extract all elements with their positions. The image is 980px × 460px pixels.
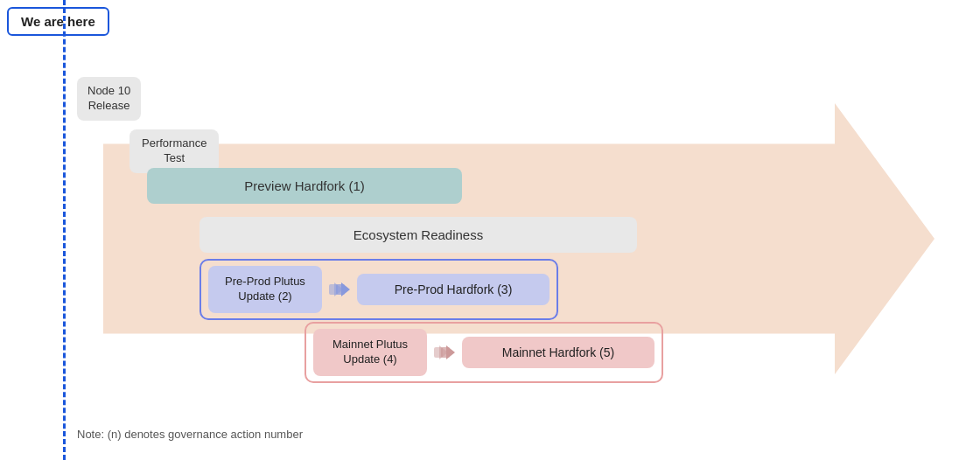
preview-hardfork-box: Preview Hardfork (1) — [147, 168, 462, 204]
perf-test-line1: Performance — [142, 136, 206, 150]
note-label: Note: (n) denotes governance action numb… — [77, 428, 303, 441]
mainnet-hardfork-box: Mainnet Hardfork (5) — [462, 337, 654, 368]
preprod-plutus-line2: Update (2) — [238, 289, 291, 303]
perf-test-box: Performance Test — [130, 129, 219, 173]
preprod-hardfork-label: Pre-Prod Hardfork (3) — [395, 282, 513, 296]
mainnet-plutus-line2: Update (4) — [343, 352, 396, 366]
mainnet-hardfork-label: Mainnet Hardfork (5) — [502, 345, 614, 359]
mainnet-plutus-line1: Mainnet Plutus — [332, 338, 408, 351]
node-release-line1: Node 10 — [88, 84, 130, 97]
node-release-box: Node 10 Release — [77, 77, 141, 121]
mainnet-plutus-box: Mainnet Plutus Update (4) — [313, 329, 427, 376]
preprod-hardfork-box: Pre-Prod Hardfork (3) — [357, 274, 550, 305]
we-are-here-box: We are here — [7, 7, 109, 36]
we-are-here-label: We are here — [21, 14, 95, 29]
preprod-arrow-connector — [327, 277, 352, 302]
mainnet-arrow-connector — [432, 340, 457, 365]
preview-hardfork-label: Preview Hardfork (1) — [244, 178, 365, 193]
note-text: Note: (n) denotes governance action numb… — [77, 428, 303, 441]
main-container: We are here Node 10 Release Performance … — [0, 0, 980, 460]
node-release-line2: Release — [88, 99, 130, 112]
mainnet-group: Mainnet Plutus Update (4) Mainnet Hardfo… — [304, 322, 663, 383]
ecosystem-readiness-label: Ecosystem Readiness — [354, 227, 483, 242]
preprod-plutus-line1: Pre-Prod Plutus — [225, 275, 305, 288]
preprod-plutus-box: Pre-Prod Plutus Update (2) — [208, 266, 322, 313]
ecosystem-readiness-box: Ecosystem Readiness — [200, 217, 637, 253]
dashed-vertical-line — [63, 0, 66, 460]
perf-test-line2: Test — [164, 151, 185, 164]
preprod-group: Pre-Prod Plutus Update (2) Pre-Prod Hard… — [200, 259, 558, 320]
